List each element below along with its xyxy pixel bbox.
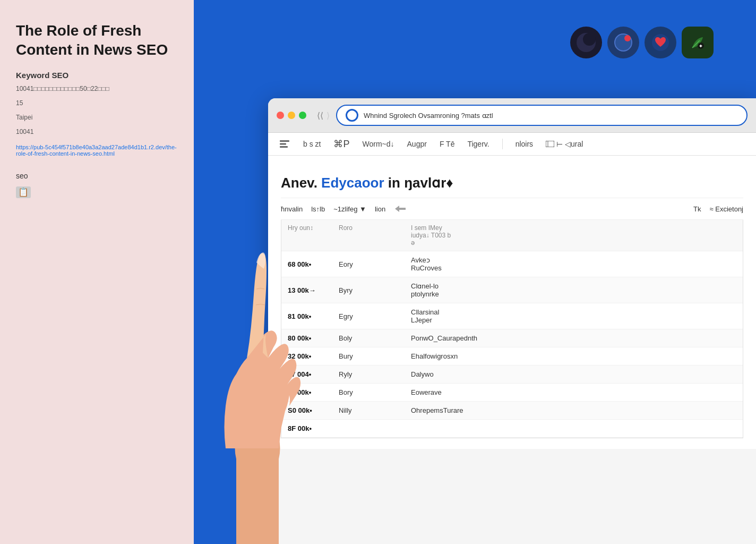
toolbar-item-augpr[interactable]: Augpr: [407, 140, 427, 148]
svg-rect-8: [280, 140, 289, 142]
sub-toolbar-item-4[interactable]: lion: [375, 205, 385, 213]
toolbar-separator: [502, 139, 503, 149]
clipboard-symbol: 📋: [18, 187, 29, 197]
leaf-app-icon: ✦: [682, 27, 714, 58]
left-panel: The Role of Fresh Content in News SEO Ke…: [0, 0, 194, 544]
meta-line-3: Taipei: [16, 113, 178, 123]
meta-line-1: 10041□□□□□□□□□□□□50□22□□□: [16, 84, 178, 94]
toolbar-item-ural[interactable]: ⊢ ◁ural: [546, 140, 583, 148]
app-icon-2: [607, 27, 639, 58]
top-icons-area: ✦: [570, 27, 714, 58]
arrows-icon: [394, 203, 407, 214]
hand-image: [194, 246, 342, 544]
sub-toolbar: ħnvalin ls↑lb ~1zlifeg ▼ lion Tk ≈ Excie…: [281, 198, 743, 220]
page-main-title: Anev. Edycaoor in ŋavlɑr♦: [281, 175, 743, 191]
article-url[interactable]: https://pub-5c454f571b8e40a3a2aad27ade84…: [16, 144, 178, 157]
back-nav-icon[interactable]: ⟨⟨: [317, 110, 323, 121]
kw-7: Eowerave: [411, 388, 453, 396]
clipboard-icon[interactable]: 📋: [16, 186, 31, 198]
toolbar-item-1[interactable]: [279, 138, 290, 150]
browser-toolbar: b s zt ⌘P Worm~d↓ Augpr F Tē Tigerv. nlo…: [268, 133, 756, 156]
svg-point-1: [583, 33, 596, 46]
close-button[interactable]: [277, 112, 284, 119]
keyword-label: Keyword SEO: [16, 71, 178, 80]
meta-line-4: 10041: [16, 127, 178, 137]
sub-toolbar-item-tk[interactable]: Tk: [693, 205, 701, 213]
svg-rect-9: [280, 143, 286, 145]
page-title-area: Anev. Edycaoor in ŋavlɑr♦: [281, 166, 743, 198]
toolbar-ural-icon: [546, 141, 554, 147]
address-bar[interactable]: Whnind Sgrolech Ovsamroning ?mats ɑztl: [336, 105, 748, 126]
svg-rect-10: [280, 146, 288, 148]
hand-overlay: [194, 236, 364, 544]
sub-toolbar-item-2[interactable]: ls↑lb: [311, 205, 325, 213]
toolbar-item-bszt[interactable]: b s zt: [303, 140, 321, 148]
seo-label: seo: [16, 172, 178, 180]
svg-rect-11: [546, 141, 554, 147]
article-title: The Role of Fresh Content in News SEO: [16, 21, 178, 60]
svg-point-3: [624, 35, 631, 41]
sub-toolbar-item-5[interactable]: [394, 203, 407, 214]
toolbar-item-nloirs[interactable]: nloirs: [516, 140, 533, 148]
kw-1: Avkeɔ RuCroves: [411, 256, 453, 272]
page-title-normal: Anev.: [281, 175, 321, 191]
browser-icon: [346, 109, 358, 122]
minimize-button[interactable]: [288, 112, 295, 119]
kw-6: Dalywo: [411, 370, 453, 378]
toolbar-item-te[interactable]: F Tē: [440, 140, 455, 148]
maximize-button[interactable]: [299, 112, 306, 119]
svg-text:✦: ✦: [699, 44, 703, 49]
sub-toolbar-item-3[interactable]: ~1zlifeg ▼: [333, 205, 366, 213]
kw-3: Cllarsinal LJeper: [411, 308, 453, 324]
right-panel: ✦ ⟨⟨ ⟩ Whnind Sgrolech Ovsamroning ?mats…: [194, 0, 756, 544]
kw-8: OhrepemsTurare: [411, 406, 453, 414]
traffic-lights: [277, 112, 306, 119]
kw-4: PonwO_Caurapednth: [411, 334, 453, 342]
toolbar-item-icon2[interactable]: ⌘P: [333, 138, 349, 150]
browser-chrome: ⟨⟨ ⟩ Whnind Sgrolech Ovsamroning ?mats ɑ…: [268, 98, 756, 133]
address-text[interactable]: Whnind Sgrolech Ovsamroning ?mats ɑztl: [364, 112, 738, 120]
toolbar-item-worm[interactable]: Worm~d↓: [362, 140, 394, 148]
col-header-keywords: I sem IMey iudya↓ T003 b ə: [411, 224, 453, 246]
meta-line-2: 15: [16, 98, 178, 108]
moon-icon: [570, 27, 602, 58]
forward-nav-icon[interactable]: ⟩: [327, 110, 330, 121]
sub-toolbar-item-exc[interactable]: ≈ Excietonj: [710, 205, 744, 213]
sub-toolbar-item-1[interactable]: ħnvalin: [281, 205, 303, 213]
heart-icon: [645, 27, 676, 58]
nav-buttons: ⟨⟨ ⟩: [317, 110, 330, 121]
toolbar-item-tiger[interactable]: Tigerv.: [467, 140, 489, 148]
toolbar-icon-1: [279, 138, 290, 150]
kw-5: Ehalfowigrosxn: [411, 352, 453, 360]
kw-2: Clɑnel-lo ptolynrke: [411, 282, 453, 298]
toolbar-ural-text: ⊢ ◁ural: [556, 140, 583, 148]
page-title-rest: in ŋavlɑr♦: [384, 175, 453, 191]
page-title-highlight: Edycaoor: [321, 175, 384, 191]
